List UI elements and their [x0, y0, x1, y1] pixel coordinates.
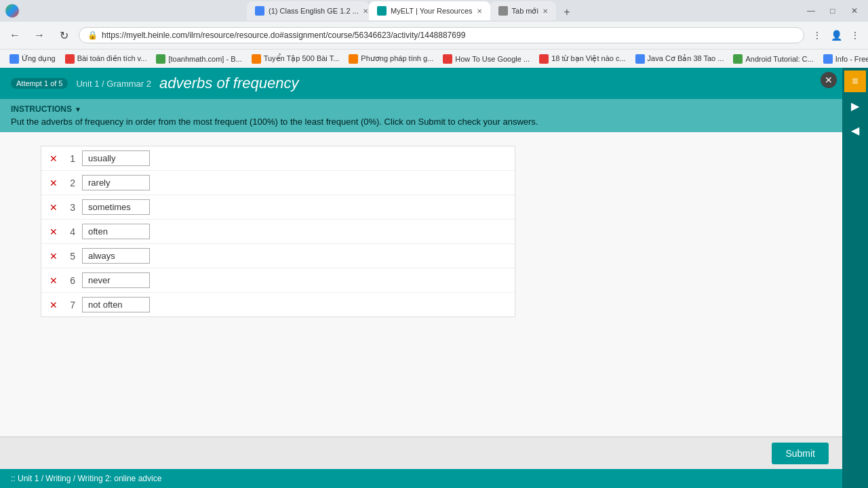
tab-close-3[interactable]: ✕	[542, 7, 548, 15]
delete-icon[interactable]: ✕	[50, 178, 58, 188]
back-button[interactable]: ←	[5, 26, 24, 45]
activity-header: Attempt 1 of 5 Unit 1 / Grammar 2 adverb…	[0, 68, 842, 99]
minimize-button[interactable]: —	[803, 3, 819, 19]
delete-icon[interactable]: ✕	[50, 300, 58, 310]
tab-favicon-2	[377, 6, 387, 16]
delete-icon[interactable]: ✕	[50, 226, 58, 237]
extensions-icon[interactable]: ⋮	[810, 28, 825, 43]
bookmark-8[interactable]: Android Tutorial: C...	[729, 53, 817, 65]
item-number: 2	[64, 178, 75, 188]
side-panel-prev-button[interactable]: ◀	[844, 119, 866, 141]
tab-3[interactable]: Tab mới ✕	[490, 1, 556, 20]
side-panel-next-button[interactable]: ▶	[844, 95, 866, 117]
browser-logo	[5, 4, 19, 18]
drag-item-row: ✕5always	[41, 244, 515, 268]
bookmark-label-apps: Ứng dụng	[22, 54, 56, 63]
footer-bar: Submit	[0, 436, 842, 469]
item-input[interactable]: not often	[82, 297, 150, 312]
main-area: Attempt 1 of 5 Unit 1 / Grammar 2 adverb…	[0, 68, 842, 488]
bookmark-icon-2	[156, 54, 165, 64]
bookmark-icon-8	[733, 54, 743, 64]
delete-icon[interactable]: ✕	[50, 251, 58, 262]
window-controls: — □ ✕	[803, 3, 863, 19]
submit-button[interactable]: Submit	[772, 443, 829, 464]
bookmark-2[interactable]: [toanhmath.com] - B...	[152, 53, 245, 65]
address-bar[interactable]: 🔒 https://myelt.heinle.com/ilrn/resource…	[79, 27, 804, 43]
reload-button[interactable]: ↻	[54, 26, 73, 45]
bookmark-label-9: Info - Free signs ico...	[835, 55, 868, 63]
item-input[interactable]: usually	[82, 150, 150, 166]
bookmark-9[interactable]: Info - Free signs ico...	[819, 53, 868, 65]
bookmark-label-6: 18 từ bạn Việt nào c...	[551, 54, 625, 63]
bookmark-icon-9	[823, 54, 833, 64]
bookmark-label-2: [toanhmath.com] - B...	[168, 55, 241, 63]
item-number: 4	[64, 226, 75, 237]
tab-favicon-1	[255, 6, 264, 16]
item-input[interactable]: sometimes	[82, 199, 150, 215]
bookmark-4[interactable]: Phương pháp tính g...	[344, 53, 437, 65]
status-bar: :: Unit 1 / Writing / Writing 2: online …	[0, 469, 842, 488]
menu-icon[interactable]: ⋮	[848, 28, 863, 43]
side-panel: ≡ ▶ ◀	[842, 68, 868, 488]
bookmark-icon-3	[252, 54, 261, 64]
item-input[interactable]: never	[82, 272, 150, 288]
browser-tabs: (1) Class English GE 1.2 ... ✕ MyELT | Y…	[247, 1, 575, 20]
tab-label-3: Tab mới	[512, 7, 538, 16]
bookmark-1[interactable]: Bài toán điền tích v...	[61, 53, 151, 65]
side-panel-menu-button[interactable]: ≡	[844, 70, 866, 92]
item-number: 7	[64, 300, 75, 310]
item-input[interactable]: often	[82, 224, 150, 239]
bookmark-label-1: Bài toán điền tích v...	[77, 54, 147, 63]
forward-button[interactable]: →	[30, 26, 49, 45]
activity-title: adverbs of frequency	[159, 75, 298, 92]
bookmark-icon-5	[443, 54, 452, 64]
tab-close-1[interactable]: ✕	[363, 7, 368, 15]
tab-close-2[interactable]: ✕	[477, 7, 482, 15]
profile-icon[interactable]: 👤	[829, 28, 844, 43]
browser-titlebar: (1) Class English GE 1.2 ... ✕ MyELT | Y…	[0, 0, 868, 22]
instructions-arrow: ▼	[75, 106, 81, 113]
exercise-area: ✕1usually✕2rarely✕3sometimes✕4often✕5alw…	[0, 132, 842, 436]
items-container: ✕1usually✕2rarely✕3sometimes✕4often✕5alw…	[41, 146, 515, 317]
maximize-button[interactable]: □	[825, 3, 841, 19]
tab-2[interactable]: MyELT | Your Resources ✕	[369, 1, 490, 20]
bookmark-icon-7	[635, 54, 645, 64]
instructions-bar: INSTRUCTIONS ▼ Put the adverbs of freque…	[0, 99, 842, 132]
tab-favicon-3	[498, 6, 508, 16]
bookmark-icon-apps	[9, 54, 19, 64]
bookmarks-bar: Ứng dụng Bài toán điền tích v... [toanhm…	[0, 49, 868, 68]
drag-item-row: ✕3sometimes	[41, 195, 515, 220]
item-input[interactable]: always	[82, 248, 150, 264]
bookmark-label-7: Java Cơ Bản 38 Tao ...	[648, 54, 724, 63]
tab-label-1: (1) Class English GE 1.2 ...	[269, 7, 359, 15]
nav-icons: ⋮ 👤 ⋮	[810, 28, 863, 43]
item-input[interactable]: rarely	[82, 175, 150, 190]
tab-1[interactable]: (1) Class English GE 1.2 ... ✕	[247, 1, 369, 20]
tab-label-2: MyELT | Your Resources	[391, 7, 472, 15]
bookmark-icon-1	[65, 54, 75, 64]
bookmark-label-3: Tuyển Tập 500 Bài T...	[264, 54, 340, 63]
bookmark-apps[interactable]: Ứng dụng	[5, 53, 60, 65]
drag-item-row: ✕2rarely	[41, 171, 515, 195]
item-number: 6	[64, 275, 75, 286]
bookmark-5[interactable]: How To Use Google ...	[439, 53, 534, 65]
bookmark-7[interactable]: Java Cơ Bản 38 Tao ...	[631, 53, 728, 65]
item-number: 1	[64, 153, 75, 164]
bookmark-icon-6	[539, 54, 549, 64]
new-tab-button[interactable]: +	[559, 4, 575, 20]
close-overlay-button[interactable]: ✕	[821, 72, 837, 88]
delete-icon[interactable]: ✕	[50, 153, 58, 164]
close-button[interactable]: ✕	[846, 3, 863, 19]
status-text: :: Unit 1 / Writing / Writing 2: online …	[11, 474, 161, 483]
bookmark-3[interactable]: Tuyển Tập 500 Bài T...	[248, 53, 344, 65]
breadcrumb: Unit 1 / Grammar 2	[76, 79, 151, 89]
bookmark-6[interactable]: 18 từ bạn Việt nào c...	[535, 53, 629, 65]
drag-item-row: ✕1usually	[41, 146, 515, 171]
bookmark-icon-4	[349, 54, 358, 64]
content-wrapper: Attempt 1 of 5 Unit 1 / Grammar 2 adverb…	[0, 68, 868, 488]
delete-icon[interactable]: ✕	[50, 202, 58, 213]
delete-icon[interactable]: ✕	[50, 275, 58, 286]
bookmark-label-5: How To Use Google ...	[455, 55, 530, 63]
bookmark-label-8: Android Tutorial: C...	[745, 55, 813, 63]
bookmark-label-4: Phương pháp tính g...	[361, 54, 433, 63]
